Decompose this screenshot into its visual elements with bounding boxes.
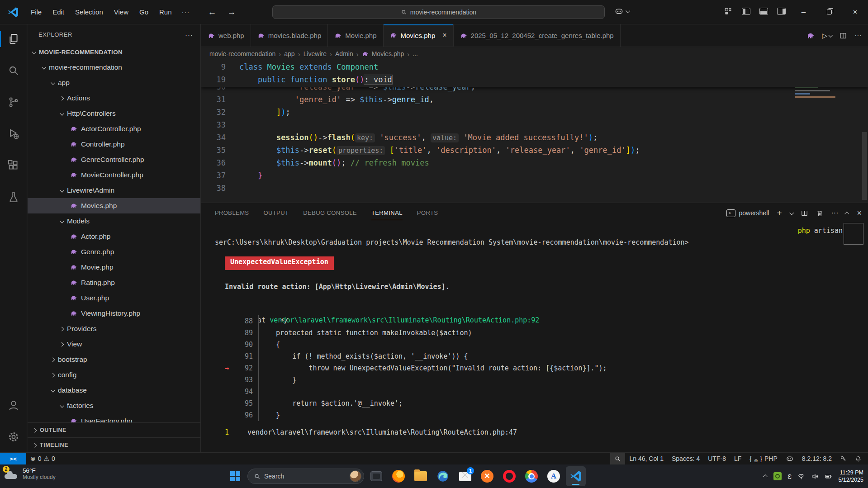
maximize-panel-icon[interactable] bbox=[845, 211, 849, 216]
editor-more-icon[interactable]: ··· bbox=[854, 32, 862, 40]
indentation-status[interactable]: Spaces: 4 bbox=[668, 453, 704, 465]
terminal[interactable]: php artisan serC:\Users\khruk\Desktop\Gr… bbox=[201, 223, 868, 436]
weather-widget[interactable]: 2 56°F Mostly cloudy bbox=[4, 467, 56, 480]
edge-icon[interactable] bbox=[433, 466, 453, 486]
terminal-dropdown-icon[interactable] bbox=[789, 210, 794, 215]
section-timeline[interactable]: TIMELINE bbox=[28, 437, 200, 452]
tab-Movies.php[interactable]: Movies.php× bbox=[384, 24, 454, 47]
toggle-sidebar-icon[interactable] bbox=[742, 8, 750, 15]
start-button[interactable] bbox=[225, 466, 245, 486]
close-button[interactable]: × bbox=[842, 0, 868, 24]
tree-item-livewire-admin[interactable]: Livewire\Admin bbox=[28, 183, 200, 198]
menu-view[interactable]: View bbox=[109, 5, 134, 20]
firefox-icon[interactable] bbox=[389, 466, 408, 486]
customize-layout-icon[interactable] bbox=[724, 7, 733, 16]
tree-item-userfactory-php[interactable]: UserFactory.php bbox=[28, 413, 200, 422]
new-terminal-icon[interactable]: + bbox=[777, 208, 782, 218]
key-status-icon[interactable] bbox=[836, 453, 851, 465]
extensions-icon[interactable] bbox=[0, 154, 27, 177]
wifi-icon[interactable] bbox=[797, 473, 805, 480]
minimize-button[interactable]: – bbox=[791, 0, 816, 24]
explorer-icon[interactable] bbox=[0, 27, 27, 51]
menu-selection[interactable]: Selection bbox=[70, 5, 109, 20]
clock[interactable]: 11:29 PM 5/12/2025 bbox=[838, 469, 863, 483]
breadcrumb-item[interactable]: Admin bbox=[335, 50, 353, 57]
panel-tab-ports[interactable]: PORTS bbox=[417, 203, 438, 223]
breadcrumb-item[interactable]: app bbox=[284, 50, 294, 57]
search-sidebar-icon[interactable] bbox=[0, 59, 27, 82]
settings-gear-icon[interactable] bbox=[0, 425, 27, 449]
source-control-icon[interactable] bbox=[0, 90, 27, 114]
explorer-more-icon[interactable]: ··· bbox=[185, 31, 193, 38]
language-status[interactable]: {⊗} PHP bbox=[745, 453, 782, 465]
command-center-search[interactable]: movie-recommendation bbox=[272, 5, 605, 19]
file-explorer-icon[interactable] bbox=[411, 466, 431, 486]
problems-status[interactable]: ⊗ 0 ⚠ 0 bbox=[26, 453, 59, 465]
appservice-icon[interactable]: A bbox=[544, 466, 564, 486]
menu-file[interactable]: File bbox=[25, 5, 47, 20]
breadcrumb-item[interactable]: movie-recommendation bbox=[209, 50, 275, 57]
tree-item-view[interactable]: View bbox=[28, 336, 200, 352]
tree-item-database[interactable]: database bbox=[28, 383, 200, 398]
menu-more-icon[interactable]: ··· bbox=[177, 8, 194, 16]
task-view-icon[interactable] bbox=[366, 466, 386, 486]
encoding-status[interactable]: UTF-8 bbox=[704, 453, 730, 465]
breadcrumb-item[interactable]: Livewire bbox=[304, 50, 327, 57]
copilot-status-icon[interactable] bbox=[782, 453, 798, 465]
menu-edit[interactable]: Edit bbox=[47, 5, 70, 20]
code-editor[interactable]: 9class Movies extends Component19 public… bbox=[201, 61, 868, 203]
shell-name[interactable]: powershell bbox=[739, 209, 769, 217]
tree-item-rating-php[interactable]: Rating.php bbox=[28, 275, 200, 290]
tree-item-factories[interactable]: factories bbox=[28, 398, 200, 413]
remote-indicator[interactable]: >< bbox=[0, 453, 26, 465]
breadcrumb-item[interactable]: ... bbox=[413, 50, 418, 57]
tree-item-moviecontroller-php[interactable]: MovieController.php bbox=[28, 167, 200, 183]
tree-item-genre-php[interactable]: Genre.php bbox=[28, 244, 200, 260]
menu-run[interactable]: Run bbox=[154, 5, 177, 20]
battery-icon[interactable] bbox=[825, 473, 832, 480]
copilot-button[interactable] bbox=[614, 6, 629, 16]
tree-item-movies-php[interactable]: Movies.php bbox=[28, 198, 200, 213]
tree-item-movie-recommendation[interactable]: movie-recommendation bbox=[28, 60, 200, 75]
nvidia-icon[interactable] bbox=[773, 472, 782, 480]
panel-more-icon[interactable]: ··· bbox=[831, 209, 839, 217]
back-icon[interactable]: ← bbox=[203, 7, 222, 17]
close-panel-icon[interactable]: × bbox=[857, 208, 862, 218]
tree-item-user-php[interactable]: User.php bbox=[28, 290, 200, 306]
stack-path[interactable]: vendor\laravel\framework\src\Illuminate\… bbox=[270, 316, 539, 324]
tab-2025_05_12_200452_create_genres_table.php[interactable]: 2025_05_12_200452_create_genres_table.ph… bbox=[454, 24, 621, 47]
mail-icon[interactable]: 1 bbox=[455, 466, 475, 486]
tree-item-http-controllers[interactable]: Http\Controllers bbox=[28, 106, 200, 121]
opera-icon[interactable] bbox=[499, 466, 519, 486]
chrome-icon[interactable] bbox=[522, 466, 541, 486]
tab-Movie.php[interactable]: Movie.php bbox=[328, 24, 383, 47]
tree-item-movie-php[interactable]: Movie.php bbox=[28, 260, 200, 275]
tree-item-providers[interactable]: Providers bbox=[28, 321, 200, 336]
vscode-taskbar-icon[interactable] bbox=[566, 466, 586, 486]
language-indicator[interactable]: Ɛ bbox=[787, 473, 792, 480]
tree-item-models[interactable]: Models bbox=[28, 213, 200, 229]
tree-item-viewinghistory-php[interactable]: ViewingHistory.php bbox=[28, 306, 200, 321]
toggle-secondary-sidebar-icon[interactable] bbox=[777, 8, 786, 15]
tree-item-bootstrap[interactable]: bootstrap bbox=[28, 352, 200, 367]
run-button[interactable]: ▷ bbox=[822, 32, 832, 40]
breadcrumb-item[interactable]: Movies.php bbox=[372, 50, 404, 57]
frame-path[interactable]: vendor\laravel\framework\src\Illuminate\… bbox=[247, 428, 517, 436]
tree-item-config[interactable]: config bbox=[28, 367, 200, 383]
panel-tab-problems[interactable]: PROBLEMS bbox=[215, 203, 249, 223]
tree-item-actor-php[interactable]: Actor.php bbox=[28, 229, 200, 244]
tree-item-actorcontroller-php[interactable]: ActorController.php bbox=[28, 121, 200, 137]
run-debug-icon[interactable] bbox=[0, 122, 27, 146]
tree-item-app[interactable]: app bbox=[28, 75, 200, 90]
taskbar-search[interactable]: Search bbox=[247, 469, 364, 484]
run-dropdown-icon[interactable] bbox=[828, 33, 833, 38]
panel-tab-debug-console[interactable]: DEBUG CONSOLE bbox=[303, 203, 357, 223]
testing-icon[interactable] bbox=[0, 185, 27, 209]
zoom-status-icon[interactable] bbox=[610, 453, 625, 465]
close-tab-icon[interactable]: × bbox=[442, 31, 446, 39]
account-icon[interactable] bbox=[0, 393, 27, 417]
tree-item-genrecontroller-php[interactable]: GenreController.php bbox=[28, 152, 200, 167]
php-version-status[interactable]: 8.2.12: 8.2 bbox=[798, 453, 836, 465]
toggle-panel-icon[interactable] bbox=[759, 8, 768, 15]
menu-go[interactable]: Go bbox=[134, 5, 154, 20]
